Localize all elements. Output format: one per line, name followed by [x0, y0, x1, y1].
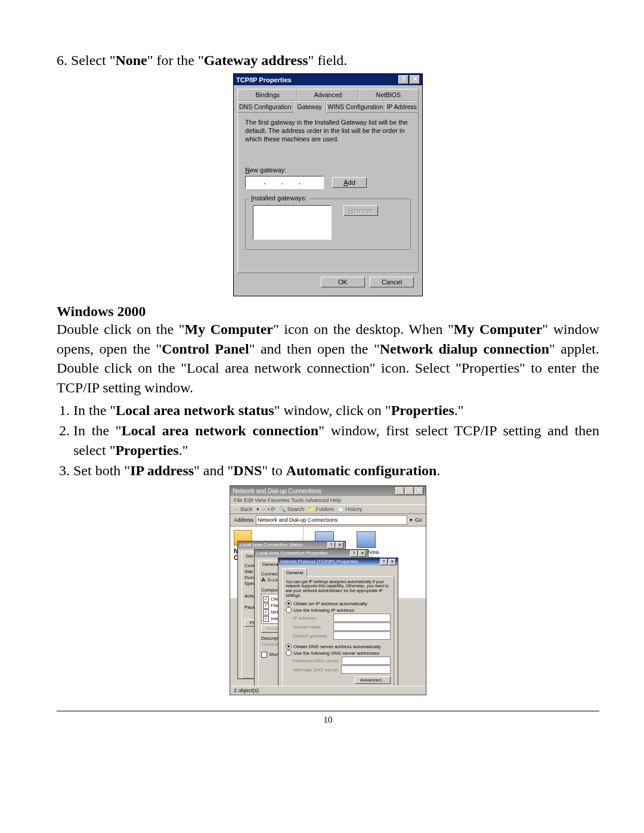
- tab-ipaddress[interactable]: IP Address: [385, 101, 419, 113]
- dialog-tabs: Bindings Advanced NetBIOS DNS Configurat…: [237, 89, 419, 113]
- tab-advanced[interactable]: Advanced: [298, 89, 358, 101]
- network-icon: [357, 531, 376, 548]
- step-3: Set both "IP address" and "DNS" to Autom…: [73, 461, 599, 480]
- ip-address-input: [333, 614, 391, 622]
- show-icon-checkbox[interactable]: [261, 652, 267, 658]
- close-icon[interactable]: ✕: [336, 542, 343, 549]
- checkbox-icon[interactable]: ✓: [263, 596, 269, 602]
- general-tab[interactable]: General: [282, 568, 307, 577]
- win2000-heading: Windows 2000: [57, 304, 599, 320]
- close-button[interactable]: ✕: [414, 487, 423, 495]
- win2000-paragraph: Double click on the "My Computer" icon o…: [57, 320, 599, 397]
- win2k-network-window: Network and Dial-up Connections – □ ✕ Fi…: [230, 485, 426, 695]
- alternate-dns-input: [341, 665, 391, 674]
- address-input[interactable]: [256, 515, 407, 525]
- remove-button: Remove: [343, 205, 378, 216]
- address-label: Address: [234, 517, 253, 523]
- maximize-button[interactable]: □: [405, 487, 414, 495]
- gateway-tab-pane: The first gateway in the Installed Gatew…: [237, 112, 419, 273]
- installed-gateways-group: Installed gateways: Remove: [245, 199, 411, 250]
- step-2: In the "Local area network connection" w…: [73, 421, 599, 460]
- checkbox-icon[interactable]: ✓: [263, 609, 269, 615]
- checkbox-icon[interactable]: ✓: [263, 603, 269, 609]
- step-1: In the "Local area network status" windo…: [73, 401, 599, 420]
- default-gateway-input: [333, 631, 391, 640]
- help-icon[interactable]: ?: [380, 559, 388, 565]
- cancel-button[interactable]: Cancel: [370, 277, 414, 287]
- tcpip-properties-dialog-w2k: Internet Protocol (TCP/IP) Properties ?✕…: [278, 558, 398, 693]
- explorer-title: Network and Dial-up Connections: [233, 488, 321, 494]
- lan-status-titlebar: Local Area Connection Status ?✕: [238, 541, 345, 549]
- close-icon[interactable]: ✕: [358, 550, 366, 557]
- go-button[interactable]: Go: [415, 517, 422, 523]
- help-icon[interactable]: ?: [350, 550, 358, 557]
- search-button[interactable]: 🔍 Search: [279, 506, 304, 512]
- gateway-help-text: The first gateway in the Installed Gatew…: [245, 119, 411, 143]
- use-ip-radio[interactable]: [286, 607, 292, 613]
- explorer-titlebar: Network and Dial-up Connections – □ ✕: [230, 486, 426, 496]
- close-button[interactable]: ✕: [410, 75, 420, 84]
- explorer-toolbar: ← Back ▾ → ▪ ⟳ 🔍 Search 📁 Folders 🕑 Hist…: [230, 504, 426, 514]
- installed-gateways-label: Installed gateways:: [249, 194, 309, 202]
- checkbox-icon[interactable]: ✓: [263, 616, 269, 622]
- new-gateway-input[interactable]: . . .: [245, 176, 324, 189]
- subnet-mask-input: [333, 623, 391, 631]
- tab-bindings[interactable]: Bindings: [237, 89, 298, 101]
- win2000-steps: In the "Local area network status" windo…: [57, 401, 599, 481]
- history-button[interactable]: 🕑 History: [338, 506, 363, 512]
- tcpip-properties-dialog: TCP/IP Properties ? ✕ Bindings Advanced …: [233, 73, 423, 296]
- footer-divider: [57, 711, 599, 711]
- explorer-menubar[interactable]: File Edit View Favorites Tools Advanced …: [230, 496, 426, 504]
- ok-button[interactable]: OK: [321, 277, 365, 287]
- minimize-button[interactable]: –: [395, 487, 404, 495]
- use-dns-radio[interactable]: [286, 650, 292, 656]
- new-gateway-label: New gateway:: [245, 166, 411, 174]
- dialog-title: TCP/IP Properties: [236, 76, 292, 83]
- preferred-dns-input: [342, 657, 391, 665]
- tab-dns[interactable]: DNS Configuration: [237, 101, 293, 113]
- advanced-button[interactable]: Advanced...: [355, 676, 391, 684]
- folders-button[interactable]: 📁 Folders: [308, 506, 334, 512]
- tab-gateway[interactable]: Gateway: [293, 101, 326, 113]
- tab-wins[interactable]: WINS Configuration: [326, 101, 385, 113]
- tcpip-help-text: You can get IP settings assigned automat…: [286, 580, 391, 598]
- add-button[interactable]: Add: [332, 177, 367, 188]
- status-bar: 2 object(s): [230, 686, 426, 695]
- back-button[interactable]: ← Back: [234, 506, 253, 512]
- dialog-titlebar: TCP/IP Properties ? ✕: [234, 74, 422, 85]
- close-icon[interactable]: ✕: [388, 559, 396, 565]
- tcpip-w2k-titlebar: Internet Protocol (TCP/IP) Properties ?✕: [278, 558, 398, 566]
- lan-properties-titlebar: Local Area Connection Properties ?✕: [255, 550, 368, 558]
- installed-gateways-list[interactable]: [253, 205, 332, 240]
- tab-netbios[interactable]: NetBIOS: [358, 89, 419, 101]
- page-number: 10: [57, 715, 599, 725]
- help-icon[interactable]: ?: [327, 542, 335, 549]
- help-button[interactable]: ?: [398, 75, 408, 84]
- obtain-ip-radio[interactable]: [286, 600, 292, 606]
- address-bar: Address ▾ Go: [230, 514, 426, 527]
- obtain-dns-radio[interactable]: [286, 643, 292, 649]
- step6-text: 6. Select "None" for the "Gateway addres…: [57, 51, 599, 70]
